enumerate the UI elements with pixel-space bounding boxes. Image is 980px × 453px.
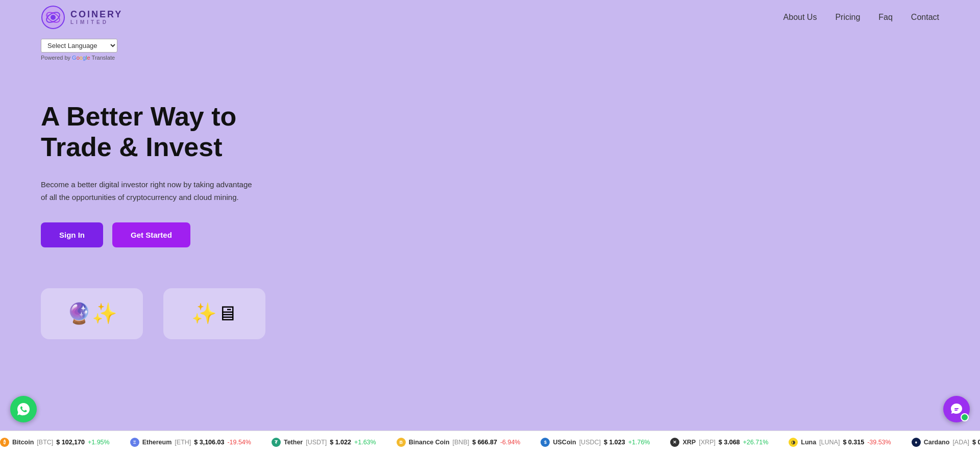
chat-icon bbox=[950, 402, 963, 416]
ticker-change: -19.54% bbox=[227, 439, 251, 446]
translate-text: Translate bbox=[92, 55, 115, 61]
ticker-symbol: [USDT] bbox=[306, 439, 327, 446]
ticker-item: ◑ Luna [LUNA] $ 0.315 -39.53% bbox=[789, 438, 891, 447]
ticker-change: +1.95% bbox=[88, 439, 110, 446]
ticker-price: $ 102,170 bbox=[56, 439, 85, 446]
hero-description: Become a better digital investor right n… bbox=[41, 178, 255, 204]
ticker-symbol: [BTC] bbox=[37, 439, 53, 446]
ticker-price: $ 1.023 bbox=[604, 439, 625, 446]
ticker-item: ✕ XRP [XRP] $ 3.068 +26.71% bbox=[670, 438, 768, 447]
navbar: COINERY LIMITED About Us Pricing Faq Con… bbox=[0, 0, 980, 35]
ticker-icon: ♦ bbox=[912, 438, 921, 447]
ticker-price: $ 3,106.03 bbox=[194, 439, 224, 446]
ticker-symbol: [ETH] bbox=[175, 439, 191, 446]
nav-faq[interactable]: Faq bbox=[878, 13, 893, 21]
powered-by: Powered by Google Translate bbox=[41, 55, 939, 61]
ticker-name: XRP bbox=[682, 439, 696, 446]
whatsapp-button[interactable] bbox=[10, 396, 37, 422]
logo-text: COINERY LIMITED bbox=[70, 10, 122, 26]
ticker-price: $ 3.068 bbox=[719, 439, 740, 446]
ticker-change: +1.76% bbox=[628, 439, 650, 446]
ticker-name: Cardano bbox=[924, 439, 950, 446]
ticker-bar: ₿ Bitcoin [BTC] $ 102,170 +1.95% Ξ Ether… bbox=[0, 431, 980, 453]
nav-about[interactable]: About Us bbox=[783, 13, 817, 21]
ticker-item: ₿ Bitcoin [BTC] $ 102,170 +1.95% bbox=[0, 438, 110, 447]
ticker-item: Ξ Ethereum [ETH] $ 3,106.03 -19.54% bbox=[130, 438, 251, 447]
ticker-item: ♦ Cardano [ADA] $ 0.92 -18.28% bbox=[912, 438, 980, 447]
ticker-icon: Ξ bbox=[130, 438, 139, 447]
logo-icon bbox=[41, 5, 65, 30]
google-logo: Google bbox=[72, 55, 90, 61]
bottom-icon-2: ✨🖥 bbox=[191, 301, 237, 325]
ticker-change: +26.71% bbox=[743, 439, 769, 446]
chat-button[interactable] bbox=[943, 396, 970, 422]
ticker-price: $ 1.022 bbox=[330, 439, 351, 446]
ticker-symbol: [XRP] bbox=[699, 439, 716, 446]
ticker-icon: B bbox=[397, 438, 406, 447]
nav-pricing[interactable]: Pricing bbox=[835, 13, 860, 21]
ticker-change: -6.94% bbox=[500, 439, 521, 446]
ticker-icon: ₮ bbox=[272, 438, 281, 447]
ticker-price: $ 0.92 bbox=[972, 439, 980, 446]
ticker-icon: ₿ bbox=[0, 438, 9, 447]
signin-button[interactable]: Sign In bbox=[41, 222, 103, 247]
ticker-item: $ USCoin [USDC] $ 1.023 +1.76% bbox=[541, 438, 650, 447]
ticker-symbol: [USDC] bbox=[579, 439, 601, 446]
ticker-name: Ethereum bbox=[142, 439, 172, 446]
ticker-icon: ◑ bbox=[789, 438, 798, 447]
ticker-icon: ✕ bbox=[670, 438, 679, 447]
ticker-name: Tether bbox=[284, 439, 303, 446]
ticker-symbol: [ADA] bbox=[952, 439, 969, 446]
ticker-symbol: [LUNA] bbox=[819, 439, 840, 446]
ticker-item: B Binance Coin [BNB] $ 666.87 -6.94% bbox=[397, 438, 521, 447]
hero-title-line1: A Better Way to bbox=[41, 102, 236, 131]
bottom-section: 🔮✨ ✨🖥 bbox=[0, 288, 980, 339]
nav-contact[interactable]: Contact bbox=[911, 13, 939, 21]
ticker-item: ₮ Tether [USDT] $ 1.022 +1.63% bbox=[272, 438, 376, 447]
hero-title-line2: Trade & Invest bbox=[41, 132, 222, 162]
ticker-change: -39.53% bbox=[867, 439, 891, 446]
ticker-icon: $ bbox=[541, 438, 550, 447]
language-select[interactable]: Select Language English Spanish French G… bbox=[41, 39, 117, 53]
ticker-name: Bitcoin bbox=[12, 439, 34, 446]
hero-section: A Better Way to Trade & Invest Become a … bbox=[0, 61, 980, 278]
logo-sub: LIMITED bbox=[70, 19, 122, 25]
ticker-track: ₿ Bitcoin [BTC] $ 102,170 +1.95% Ξ Ether… bbox=[0, 438, 980, 447]
getstarted-button[interactable]: Get Started bbox=[112, 222, 190, 247]
bottom-icon-1: 🔮✨ bbox=[66, 301, 117, 325]
ticker-price: $ 0.315 bbox=[843, 439, 864, 446]
ticker-name: Binance Coin bbox=[409, 439, 450, 446]
language-bar: Select Language English Spanish French G… bbox=[0, 35, 980, 61]
logo[interactable]: COINERY LIMITED bbox=[41, 5, 122, 30]
svg-point-3 bbox=[51, 15, 56, 20]
ticker-name: USCoin bbox=[553, 439, 576, 446]
hero-title: A Better Way to Trade & Invest bbox=[41, 102, 296, 163]
svg-point-4 bbox=[46, 14, 48, 16]
bottom-card-2: ✨🖥 bbox=[163, 288, 265, 339]
ticker-name: Luna bbox=[801, 439, 816, 446]
ticker-price: $ 666.87 bbox=[472, 439, 497, 446]
hero-buttons: Sign In Get Started bbox=[41, 222, 939, 247]
powered-by-text: Powered by bbox=[41, 55, 70, 61]
whatsapp-icon bbox=[16, 402, 31, 416]
nav-links: About Us Pricing Faq Contact bbox=[783, 13, 939, 22]
logo-main: COINERY bbox=[70, 10, 122, 20]
bottom-card-1: 🔮✨ bbox=[41, 288, 143, 339]
ticker-change: +1.63% bbox=[354, 439, 376, 446]
ticker-symbol: [BNB] bbox=[453, 439, 470, 446]
